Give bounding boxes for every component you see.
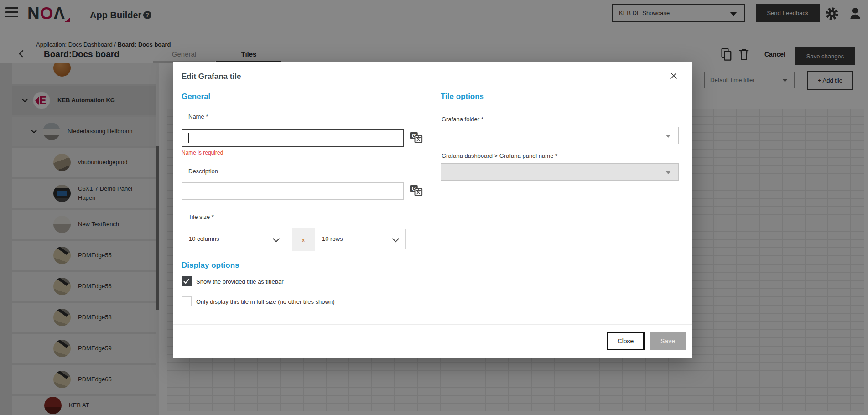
titlebar-checkbox[interactable] (182, 276, 192, 286)
general-section-heading: General (182, 92, 210, 101)
chevron-down-icon (665, 171, 671, 174)
translate-icon[interactable]: G (409, 183, 423, 197)
columns-select[interactable]: 10 columns (182, 229, 286, 249)
tile-size-separator: x (292, 228, 315, 251)
grafana-folder-select[interactable] (441, 127, 679, 144)
tile-options-heading: Tile options (441, 92, 484, 101)
fullsize-checkbox-label: Only display this tile in full size (no … (196, 298, 334, 305)
grafana-dashboard-label: Grafana dashboard > Grafana panel name * (442, 152, 557, 159)
rows-select-value: 10 rows (322, 235, 343, 242)
close-icon[interactable] (669, 71, 679, 81)
tile-size-label: Tile size * (188, 213, 214, 220)
grafana-dashboard-select (441, 163, 679, 181)
chevron-down-icon (273, 235, 280, 243)
name-error-text: Name is required (182, 150, 223, 156)
description-label: Description (188, 168, 218, 175)
description-input[interactable] (182, 182, 404, 200)
close-button[interactable]: Close (607, 332, 645, 350)
name-label: Name * (188, 113, 208, 120)
display-options-heading: Display options (182, 261, 239, 270)
chevron-down-icon (665, 135, 671, 138)
modal-title: Edit Grafana tile (182, 72, 241, 81)
name-input[interactable] (182, 129, 404, 147)
divider (173, 324, 692, 325)
rows-select[interactable]: 10 rows (315, 229, 406, 249)
save-button[interactable]: Save (650, 332, 686, 350)
grafana-folder-label: Grafana folder * (442, 116, 483, 123)
edit-grafana-tile-modal: Edit Grafana tile General Name * Name is… (173, 62, 692, 358)
titlebar-checkbox-label: Show the provided title as titlebar (196, 278, 284, 285)
fullsize-checkbox[interactable] (182, 296, 192, 306)
text-caret (188, 133, 189, 143)
translate-icon[interactable]: G (409, 130, 423, 144)
divider (173, 87, 692, 87)
columns-select-value: 10 columns (189, 235, 219, 242)
chevron-down-icon (392, 235, 400, 243)
app-builder-page: NOΛ App Builder ? KEB DE Showcase Send F… (0, 0, 868, 415)
